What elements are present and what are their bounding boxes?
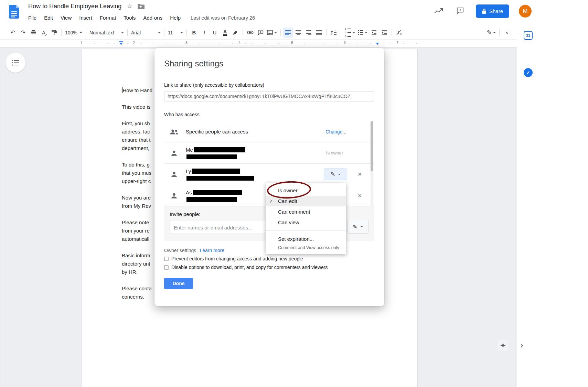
share-label: Share (489, 8, 503, 14)
last-edit-link[interactable]: Last edit was on February 26 (191, 15, 255, 21)
explore-button[interactable] (498, 340, 509, 351)
menu-item-set-expiration[interactable]: Set expiration... (266, 234, 346, 244)
ruler-number: 1 (80, 41, 82, 45)
insert-image-button[interactable] (266, 28, 278, 38)
docs-logo-icon[interactable] (9, 5, 19, 19)
explore-star-icon (500, 343, 506, 348)
pencil-icon: ✎ (487, 30, 492, 35)
decrease-indent-button[interactable] (369, 28, 379, 38)
text-color-button[interactable]: A (220, 28, 230, 38)
zoom-select[interactable]: 100% (64, 28, 84, 38)
scrollbar-thumb[interactable] (371, 121, 373, 171)
first-line-indent-marker[interactable] (119, 41, 123, 42)
align-left-button[interactable] (283, 28, 293, 38)
menu-addons[interactable]: Add-ons (139, 14, 166, 21)
clear-formatting-button[interactable]: Tx (394, 28, 404, 38)
chevron-down-icon (365, 32, 367, 33)
outline-icon (12, 60, 19, 66)
font-select[interactable]: Arial (130, 28, 162, 38)
show-outline-button[interactable] (6, 53, 25, 73)
toolbar-collapse-button[interactable]: ∧ (502, 28, 512, 38)
bulleted-list-button[interactable] (356, 28, 369, 38)
align-center-button[interactable] (293, 28, 303, 38)
link-icon (247, 31, 254, 34)
menu-item-can-comment[interactable]: Can comment (266, 206, 346, 217)
line-spacing-button[interactable] (329, 28, 339, 38)
ruler-number: 6 (344, 41, 346, 45)
ruler-number: 2 (133, 41, 135, 45)
bold-button[interactable]: B (189, 28, 199, 38)
image-icon (267, 30, 273, 35)
activity-chart-icon[interactable] (434, 8, 443, 15)
done-button[interactable]: Done (164, 278, 193, 289)
insert-link-button[interactable] (245, 28, 255, 38)
checkmark-icon: ✓ (269, 198, 273, 204)
chevron-down-icon (493, 32, 496, 33)
prevent-editors-checkbox[interactable] (164, 257, 169, 261)
menu-tools[interactable]: Tools (120, 14, 139, 21)
redaction-bar (186, 154, 237, 159)
side-panel-divider (517, 26, 517, 387)
menu-item-can-edit[interactable]: ✓ Can edit (266, 196, 346, 206)
menu-edit[interactable]: Edit (40, 14, 57, 21)
chevron-up-icon: ∧ (505, 30, 509, 35)
menu-insert[interactable]: Insert (75, 14, 96, 21)
left-indent-marker[interactable] (119, 43, 123, 45)
invite-permission-dropdown-button[interactable]: ✎ (347, 220, 368, 234)
menu-file[interactable]: File (24, 14, 40, 21)
menu-item-can-view[interactable]: Can view (266, 217, 346, 228)
align-right-button[interactable] (303, 28, 314, 38)
toolbar: ↶ ↷ A✓ 100% Normal text Arial 11 B I U A (0, 26, 517, 40)
comment-plus-icon (258, 30, 264, 35)
account-avatar[interactable]: M (519, 5, 532, 18)
insert-comment-button[interactable] (255, 28, 266, 38)
owner-status-label: Is owner (326, 150, 343, 155)
underline-button[interactable]: U (210, 28, 220, 38)
list-scrollbar[interactable] (371, 121, 373, 206)
font-size-select[interactable]: 11 (167, 28, 184, 38)
share-button[interactable]: Share (476, 4, 509, 18)
move-folder-icon[interactable] (138, 4, 145, 9)
redaction-bar (192, 169, 240, 174)
person-icon (170, 150, 179, 156)
change-access-link[interactable]: Change... (325, 129, 346, 135)
calendar-panel-button[interactable]: 31 (524, 31, 533, 40)
italic-button[interactable]: I (199, 28, 210, 38)
print-button[interactable] (28, 28, 39, 38)
permission-dropdown-button[interactable]: ✎ (324, 169, 347, 180)
menu-view[interactable]: View (57, 14, 75, 21)
menu-item-is-owner[interactable]: Is owner (266, 185, 346, 196)
spellcheck-button[interactable]: A✓ (39, 28, 49, 38)
open-comments-button[interactable] (456, 7, 464, 16)
pencil-icon: ✎ (331, 171, 335, 178)
paint-format-button[interactable] (49, 28, 59, 38)
learn-more-link[interactable]: Learn more (200, 248, 224, 253)
increase-indent-button[interactable] (379, 28, 389, 38)
hide-side-panel-button[interactable]: › (520, 340, 523, 351)
chevron-down-icon (360, 226, 363, 227)
document-title[interactable]: How to Handle Employee Leaving (28, 3, 121, 10)
star-icon[interactable]: ☆ (127, 3, 132, 10)
disable-download-checkbox[interactable] (164, 265, 169, 270)
remove-collaborator-button[interactable]: ✕ (357, 193, 362, 199)
numbered-list-button[interactable]: 123 (343, 28, 356, 38)
redo-button[interactable]: ↷ (18, 28, 28, 38)
justify-button[interactable] (314, 28, 324, 38)
share-link-input[interactable] (164, 91, 374, 101)
menu-divider (266, 230, 346, 231)
menu-format[interactable]: Format (96, 14, 120, 21)
chevron-down-icon (121, 32, 124, 33)
right-indent-marker[interactable] (376, 43, 379, 45)
remove-collaborator-button[interactable]: ✕ (357, 171, 362, 178)
collaborator-name: Me (186, 147, 193, 153)
undo-button[interactable]: ↶ (8, 28, 18, 38)
tasks-panel-button[interactable]: ✓ (524, 68, 533, 77)
highlight-color-button[interactable] (230, 28, 240, 38)
ruler-number: 4 (238, 41, 240, 45)
styles-select[interactable]: Normal text (88, 28, 125, 38)
editing-mode-button[interactable]: ✎ (485, 28, 497, 38)
menu-help[interactable]: Help (166, 14, 184, 21)
svg-text:x: x (400, 32, 402, 35)
redaction-bar (194, 147, 245, 152)
chevron-down-icon (180, 32, 183, 33)
